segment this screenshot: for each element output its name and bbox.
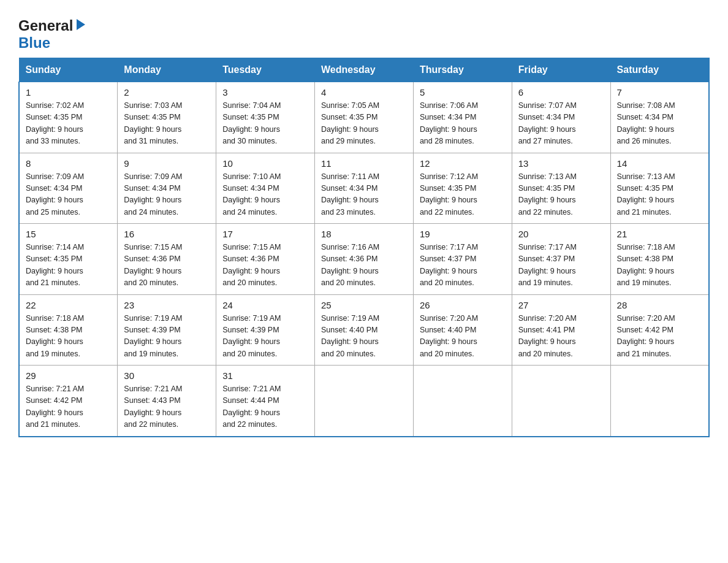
day-cell-26: 26Sunrise: 7:20 AMSunset: 4:40 PMDayligh… — [413, 294, 512, 366]
day-cell-11: 11Sunrise: 7:11 AMSunset: 4:34 PMDayligh… — [315, 153, 414, 224]
day-cell-28: 28Sunrise: 7:20 AMSunset: 4:42 PMDayligh… — [610, 294, 709, 366]
day-number: 25 — [321, 300, 407, 310]
day-number: 6 — [518, 87, 604, 98]
day-number: 23 — [124, 300, 210, 310]
day-number: 18 — [321, 229, 407, 239]
day-info: Sunrise: 7:12 AMSunset: 4:35 PMDaylight:… — [420, 171, 506, 219]
day-number: 27 — [518, 300, 604, 310]
day-info: Sunrise: 7:05 AMSunset: 4:35 PMDaylight:… — [321, 100, 407, 148]
day-info: Sunrise: 7:19 AMSunset: 4:39 PMDaylight:… — [222, 313, 308, 361]
day-number: 31 — [222, 370, 308, 381]
day-info: Sunrise: 7:18 AMSunset: 4:38 PMDaylight:… — [26, 313, 111, 361]
day-cell-21: 21Sunrise: 7:18 AMSunset: 4:38 PMDayligh… — [610, 224, 709, 295]
day-cell-16: 16Sunrise: 7:15 AMSunset: 4:36 PMDayligh… — [118, 224, 216, 295]
day-info: Sunrise: 7:14 AMSunset: 4:35 PMDaylight:… — [26, 242, 111, 289]
day-info: Sunrise: 7:04 AMSunset: 4:35 PMDaylight:… — [222, 100, 308, 148]
day-cell-6: 6Sunrise: 7:07 AMSunset: 4:34 PMDaylight… — [512, 82, 610, 153]
day-info: Sunrise: 7:11 AMSunset: 4:34 PMDaylight:… — [321, 171, 407, 219]
week-row-2: 8Sunrise: 7:09 AMSunset: 4:34 PMDaylight… — [19, 153, 709, 224]
day-cell-15: 15Sunrise: 7:14 AMSunset: 4:35 PMDayligh… — [19, 224, 118, 295]
day-info: Sunrise: 7:18 AMSunset: 4:38 PMDaylight:… — [617, 242, 702, 289]
day-number: 2 — [124, 87, 210, 98]
day-info: Sunrise: 7:13 AMSunset: 4:35 PMDaylight:… — [617, 171, 702, 219]
day-cell-25: 25Sunrise: 7:19 AMSunset: 4:40 PMDayligh… — [315, 294, 414, 366]
day-info: Sunrise: 7:21 AMSunset: 4:42 PMDaylight:… — [26, 383, 111, 431]
day-info: Sunrise: 7:09 AMSunset: 4:34 PMDaylight:… — [124, 171, 210, 219]
day-cell-4: 4Sunrise: 7:05 AMSunset: 4:35 PMDaylight… — [315, 82, 414, 153]
page-header: General Blue — [18, 12, 710, 52]
day-number: 15 — [26, 229, 111, 239]
day-number: 9 — [124, 158, 210, 169]
day-number: 20 — [518, 229, 604, 239]
day-info: Sunrise: 7:02 AMSunset: 4:35 PMDaylight:… — [26, 100, 111, 148]
day-info: Sunrise: 7:15 AMSunset: 4:36 PMDaylight:… — [222, 242, 308, 289]
day-cell-2: 2Sunrise: 7:03 AMSunset: 4:35 PMDaylight… — [118, 82, 216, 153]
day-info: Sunrise: 7:10 AMSunset: 4:34 PMDaylight:… — [222, 171, 308, 219]
empty-cell — [610, 366, 709, 437]
day-number: 22 — [26, 300, 111, 310]
weekday-header-monday: Monday — [118, 58, 216, 82]
day-number: 10 — [222, 158, 308, 169]
day-info: Sunrise: 7:19 AMSunset: 4:39 PMDaylight:… — [124, 313, 210, 361]
day-info: Sunrise: 7:19 AMSunset: 4:40 PMDaylight:… — [321, 313, 407, 361]
logo-general-text: General — [18, 17, 73, 34]
day-number: 17 — [222, 229, 308, 239]
day-info: Sunrise: 7:13 AMSunset: 4:35 PMDaylight:… — [518, 171, 604, 219]
day-number: 21 — [617, 229, 702, 239]
weekday-header-row: SundayMondayTuesdayWednesdayThursdayFrid… — [19, 58, 709, 82]
day-info: Sunrise: 7:15 AMSunset: 4:36 PMDaylight:… — [124, 242, 210, 289]
day-cell-13: 13Sunrise: 7:13 AMSunset: 4:35 PMDayligh… — [512, 153, 610, 224]
day-number: 5 — [420, 87, 506, 98]
calendar-table: SundayMondayTuesdayWednesdayThursdayFrid… — [18, 58, 710, 437]
day-number: 16 — [124, 229, 210, 239]
day-number: 30 — [124, 370, 210, 381]
day-number: 7 — [617, 87, 702, 98]
weekday-header-tuesday: Tuesday — [216, 58, 315, 82]
logo-arrow-icon — [74, 18, 88, 31]
day-cell-1: 1Sunrise: 7:02 AMSunset: 4:35 PMDaylight… — [19, 82, 118, 153]
day-number: 12 — [420, 158, 506, 169]
day-cell-9: 9Sunrise: 7:09 AMSunset: 4:34 PMDaylight… — [118, 153, 216, 224]
day-number: 4 — [321, 87, 407, 98]
day-number: 3 — [222, 87, 308, 98]
day-cell-20: 20Sunrise: 7:17 AMSunset: 4:37 PMDayligh… — [512, 224, 610, 295]
day-number: 24 — [222, 300, 308, 310]
day-cell-22: 22Sunrise: 7:18 AMSunset: 4:38 PMDayligh… — [19, 294, 118, 366]
week-row-3: 15Sunrise: 7:14 AMSunset: 4:35 PMDayligh… — [19, 224, 709, 295]
day-info: Sunrise: 7:07 AMSunset: 4:34 PMDaylight:… — [518, 100, 604, 148]
weekday-header-wednesday: Wednesday — [315, 58, 414, 82]
day-number: 14 — [617, 158, 702, 169]
empty-cell — [315, 366, 414, 437]
day-cell-10: 10Sunrise: 7:10 AMSunset: 4:34 PMDayligh… — [216, 153, 315, 224]
day-info: Sunrise: 7:20 AMSunset: 4:41 PMDaylight:… — [518, 313, 604, 361]
day-cell-29: 29Sunrise: 7:21 AMSunset: 4:42 PMDayligh… — [19, 366, 118, 437]
day-number: 19 — [420, 229, 506, 239]
day-cell-30: 30Sunrise: 7:21 AMSunset: 4:43 PMDayligh… — [118, 366, 216, 437]
week-row-1: 1Sunrise: 7:02 AMSunset: 4:35 PMDaylight… — [19, 82, 709, 153]
day-cell-31: 31Sunrise: 7:21 AMSunset: 4:44 PMDayligh… — [216, 366, 315, 437]
day-number: 29 — [26, 370, 111, 381]
empty-cell — [512, 366, 610, 437]
day-number: 8 — [26, 158, 111, 169]
day-cell-23: 23Sunrise: 7:19 AMSunset: 4:39 PMDayligh… — [118, 294, 216, 366]
day-info: Sunrise: 7:21 AMSunset: 4:43 PMDaylight:… — [124, 383, 210, 431]
day-cell-7: 7Sunrise: 7:08 AMSunset: 4:34 PMDaylight… — [610, 82, 709, 153]
day-cell-5: 5Sunrise: 7:06 AMSunset: 4:34 PMDaylight… — [413, 82, 512, 153]
day-info: Sunrise: 7:09 AMSunset: 4:34 PMDaylight:… — [26, 171, 111, 219]
day-cell-12: 12Sunrise: 7:12 AMSunset: 4:35 PMDayligh… — [413, 153, 512, 224]
day-number: 26 — [420, 300, 506, 310]
day-info: Sunrise: 7:16 AMSunset: 4:36 PMDaylight:… — [321, 242, 407, 289]
day-info: Sunrise: 7:20 AMSunset: 4:40 PMDaylight:… — [420, 313, 506, 361]
day-number: 28 — [617, 300, 702, 310]
week-row-4: 22Sunrise: 7:18 AMSunset: 4:38 PMDayligh… — [19, 294, 709, 366]
day-info: Sunrise: 7:17 AMSunset: 4:37 PMDaylight:… — [518, 242, 604, 289]
day-cell-3: 3Sunrise: 7:04 AMSunset: 4:35 PMDaylight… — [216, 82, 315, 153]
day-cell-19: 19Sunrise: 7:17 AMSunset: 4:37 PMDayligh… — [413, 224, 512, 295]
day-cell-17: 17Sunrise: 7:15 AMSunset: 4:36 PMDayligh… — [216, 224, 315, 295]
day-number: 11 — [321, 158, 407, 169]
empty-cell — [413, 366, 512, 437]
day-cell-14: 14Sunrise: 7:13 AMSunset: 4:35 PMDayligh… — [610, 153, 709, 224]
day-cell-18: 18Sunrise: 7:16 AMSunset: 4:36 PMDayligh… — [315, 224, 414, 295]
day-number: 13 — [518, 158, 604, 169]
svg-marker-0 — [77, 19, 85, 30]
